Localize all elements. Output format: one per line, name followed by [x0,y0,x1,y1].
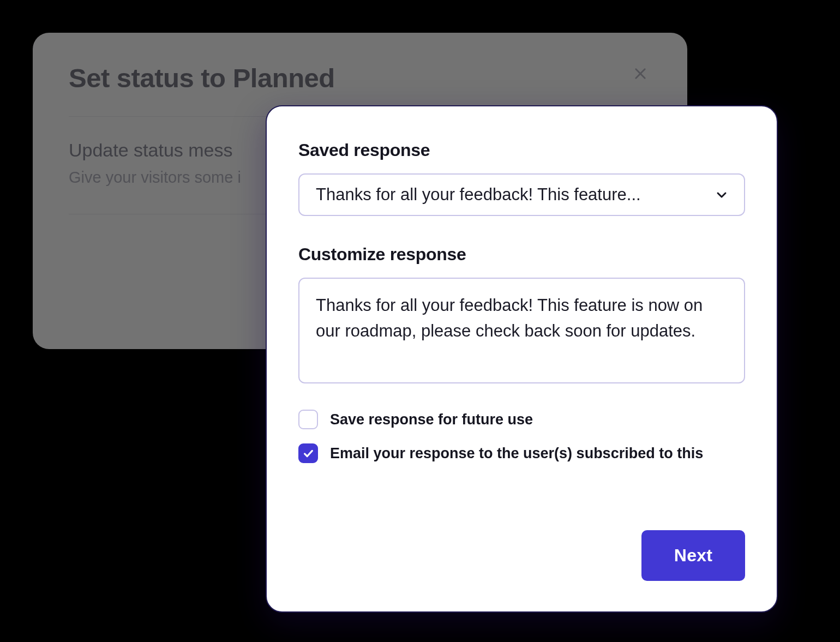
email-users-checkbox-row: Email your response to the user(s) subsc… [298,443,745,463]
customize-response-label: Customize response [298,244,745,265]
save-future-checkbox[interactable] [298,410,318,429]
save-future-checkbox-label: Save response for future use [330,411,533,428]
close-icon[interactable] [629,63,651,85]
email-users-checkbox[interactable] [298,443,318,463]
back-modal-title: Set status to Planned [69,63,651,93]
saved-response-selected-text: Thanks for all your feedback! This featu… [316,185,641,205]
saved-response-select[interactable]: Thanks for all your feedback! This featu… [298,173,745,216]
saved-response-label: Saved response [298,140,745,160]
response-modal: Saved response Thanks for all your feedb… [266,105,778,613]
customize-response-textarea[interactable] [298,278,745,383]
next-button[interactable]: Next [641,530,745,581]
modal-footer: Next [298,530,745,581]
save-future-checkbox-row: Save response for future use [298,410,745,429]
chevron-down-icon [713,187,730,203]
email-users-checkbox-label: Email your response to the user(s) subsc… [330,445,703,462]
